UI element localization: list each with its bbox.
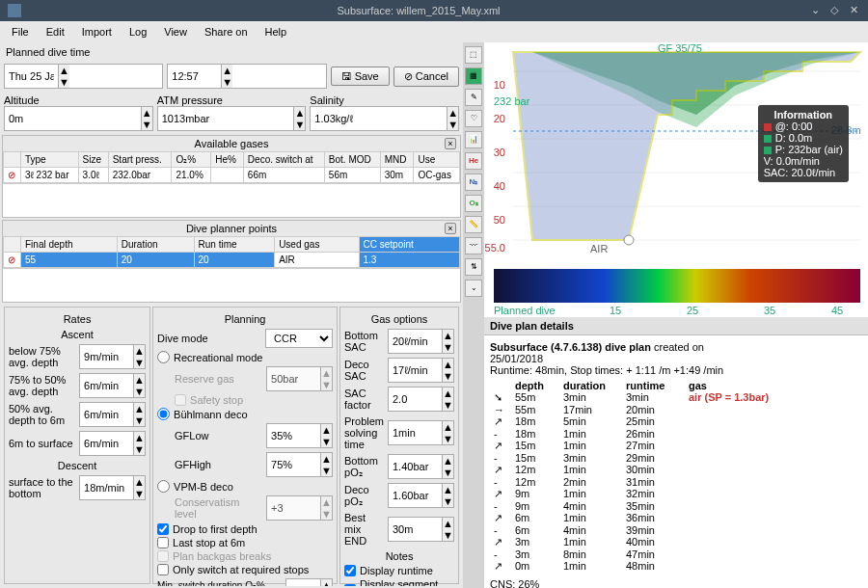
altitude-input[interactable] [5, 107, 141, 130]
gases-col-mnd[interactable]: MND [380, 152, 414, 168]
gases-col-icon [4, 152, 21, 168]
vpmb-radio[interactable] [157, 480, 170, 493]
maximize-icon[interactable]: ◇ [827, 4, 841, 17]
close-icon[interactable]: ✕ [847, 4, 860, 17]
dive-profile-chart[interactable]: 10 20 30 40 50 55.0 GF 35/75 232 bar 28.… [484, 42, 868, 317]
dive-mode-select[interactable]: CCR [265, 329, 333, 348]
problem-input[interactable] [389, 421, 442, 444]
gasopt-title: Gas options [344, 311, 454, 327]
gases-col-size[interactable]: Size [78, 152, 108, 168]
bpo2-input[interactable] [389, 455, 442, 478]
gases-col-startpress[interactable]: Start press. [108, 152, 172, 168]
sac-factor-label: SAC factor [344, 388, 384, 411]
reserve-gas-input [267, 367, 320, 390]
gases-col-use[interactable]: Use [414, 152, 460, 168]
tool-o2-icon[interactable]: O₂ [465, 195, 482, 212]
points-col-duration[interactable]: Duration [117, 237, 194, 253]
gases-table[interactable]: Type Size Start press. O₂% He% Deco. swi… [3, 151, 460, 183]
svg-text:Planned dive: Planned dive [494, 305, 556, 316]
minimize-icon[interactable]: ⌄ [808, 4, 822, 17]
gases-col-he[interactable]: He% [211, 152, 244, 168]
gases-col-o2[interactable]: O₂% [172, 152, 211, 168]
svg-text:15: 15 [610, 305, 621, 316]
points-col-depth[interactable]: Final depth [21, 237, 118, 253]
points-col-setpoint[interactable]: CC setpoint [359, 237, 459, 253]
menu-import[interactable]: Import [74, 24, 120, 40]
delete-row-icon[interactable]: ⊘ [4, 253, 21, 268]
only-switch-check[interactable] [157, 564, 169, 575]
svg-text:50: 50 [494, 214, 505, 226]
points-col-gas[interactable]: Used gas [275, 237, 359, 253]
tool-pn2-icon[interactable]: ▦ [465, 67, 482, 85]
delete-row-icon[interactable]: ⊘ [4, 168, 21, 183]
menu-log[interactable]: Log [122, 24, 154, 40]
svg-point-7 [624, 235, 634, 245]
only-switch-label: Only switch at required stops [173, 564, 309, 575]
rate-input[interactable] [80, 432, 133, 455]
gfhigh-label: GFHigh [175, 459, 211, 470]
tool-expand-icon[interactable]: ⌄ [465, 280, 482, 297]
menu-file[interactable]: File [4, 24, 37, 40]
dpo2-label: Deco pO₂ [344, 484, 384, 508]
rate-label: 6m to surface [9, 438, 73, 449]
cancel-button[interactable]: ⊘ Cancel [393, 67, 459, 87]
sac-factor-input[interactable] [389, 388, 442, 411]
menu-edit[interactable]: Edit [39, 24, 72, 40]
salinity-input[interactable] [311, 107, 447, 130]
tool-phe-icon[interactable]: ✎ [465, 89, 482, 106]
last-stop-check[interactable] [157, 537, 169, 548]
tool-ruler-icon[interactable]: 📏 [465, 216, 482, 233]
rate-input[interactable] [80, 476, 133, 499]
drop-first-check[interactable] [157, 523, 169, 535]
buhlmann-radio[interactable] [157, 408, 170, 420]
deco-sac-label: Deco SAC [344, 359, 384, 382]
points-close-icon[interactable]: × [445, 223, 456, 234]
deco-sac-input[interactable] [389, 359, 442, 382]
min-switch-input[interactable] [286, 579, 320, 586]
bottom-sac-input[interactable] [389, 330, 442, 353]
note-runtime-check[interactable] [344, 565, 356, 576]
info-title: Information [764, 109, 843, 120]
note-segment-check[interactable] [344, 584, 356, 586]
table-row[interactable]: ⊘ 55 20 20 AIR 1.3 [4, 253, 460, 268]
recreational-radio[interactable] [157, 351, 170, 363]
bpo2-label: Bottom pO₂ [344, 455, 384, 479]
tool-n2-icon[interactable]: N₂ [465, 174, 482, 191]
rate-input[interactable] [80, 374, 133, 397]
rate-input[interactable] [80, 403, 133, 426]
points-col-runtime[interactable]: Run time [194, 237, 275, 253]
note-label: Display runtime [360, 565, 433, 576]
tool-he-icon[interactable]: He [465, 152, 482, 170]
dive-plan-details[interactable]: Subsurface (4.7.6.138) dive plan created… [484, 335, 868, 588]
plan-row: -9m4min35min [490, 500, 862, 512]
time-input[interactable] [168, 65, 221, 88]
save-button[interactable]: 🖫 Save [331, 67, 390, 86]
date-input[interactable] [5, 65, 58, 88]
tool-dc-icon[interactable]: 📊 [465, 131, 482, 148]
menu-view[interactable]: View [156, 24, 195, 40]
points-title: Dive planner points [3, 221, 460, 236]
planned-dive-time-label: Planned dive time [2, 44, 461, 60]
dpo2-input[interactable] [389, 484, 442, 507]
bestmix-input[interactable] [389, 518, 442, 541]
atm-input[interactable] [158, 107, 294, 130]
info-tooltip: Information @: 0:00 D: 0.0m P: 232bar (a… [758, 105, 849, 182]
svg-rect-19 [494, 269, 860, 303]
gases-col-type[interactable]: Type [21, 152, 79, 168]
gases-col-mod[interactable]: Bot. MOD [324, 152, 380, 168]
menu-help[interactable]: Help [258, 24, 295, 40]
tool-graph-icon[interactable]: 〰 [465, 237, 482, 254]
points-table[interactable]: Final depth Duration Run time Used gas C… [3, 236, 460, 268]
menu-share[interactable]: Share on [197, 24, 256, 40]
gases-close-icon[interactable]: × [445, 138, 456, 149]
tool-po2-icon[interactable]: ⬚ [465, 46, 482, 64]
tool-scale-icon[interactable]: ⇅ [465, 258, 482, 276]
tool-heart-icon[interactable]: ♡ [465, 110, 482, 127]
table-row[interactable]: ⊘ 3ℓ 232 bar 3.0ℓ 232.0bar 21.0% 66m 56m… [4, 168, 460, 183]
rate-input[interactable] [80, 345, 133, 368]
svg-text:40: 40 [494, 180, 505, 192]
bestmix-label: Best mix END [344, 512, 384, 547]
gflow-input[interactable] [267, 424, 320, 447]
gases-col-deco[interactable]: Deco. switch at [243, 152, 324, 168]
gfhigh-input[interactable] [267, 453, 320, 476]
